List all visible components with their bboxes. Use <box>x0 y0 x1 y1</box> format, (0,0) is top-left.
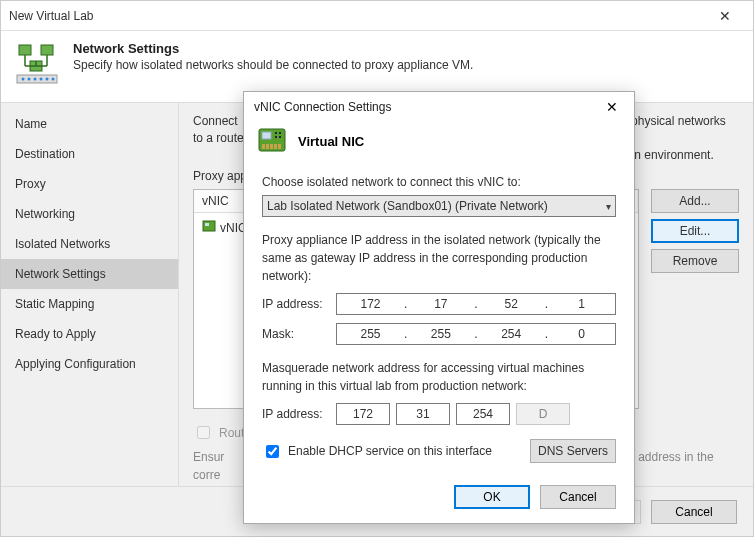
svg-rect-1 <box>41 45 53 55</box>
enable-dhcp-label: Enable DHCP service on this interface <box>288 442 492 460</box>
dialog-heading: Virtual NIC <box>298 134 364 149</box>
ip-octet-2[interactable]: 17 <box>407 295 474 313</box>
dialog-body: Choose isolated network to connect this … <box>244 167 634 475</box>
svg-point-9 <box>28 78 31 81</box>
isolated-network-select[interactable]: Lab Isolated Network (Sandbox01) (Privat… <box>262 195 616 217</box>
svg-point-10 <box>34 78 37 81</box>
svg-rect-24 <box>270 144 273 149</box>
main-window: New Virtual Lab ✕ Network Settings Speci… <box>0 0 754 537</box>
route-checkbox <box>197 426 210 439</box>
sidebar-item-networking[interactable]: Networking <box>1 199 178 229</box>
sidebar-item-isolated-networks[interactable]: Isolated Networks <box>1 229 178 259</box>
dialog-cancel-button[interactable]: Cancel <box>540 485 616 509</box>
add-button[interactable]: Add... <box>651 189 739 213</box>
dialog-titlebar: vNIC Connection Settings ✕ <box>244 92 634 122</box>
cancel-button[interactable]: Cancel <box>651 500 737 524</box>
mask-octet-4[interactable]: 0 <box>548 325 615 343</box>
window-close-button[interactable]: ✕ <box>705 8 745 24</box>
hint-left: Ensur <box>193 450 224 464</box>
sidebar-item-proxy[interactable]: Proxy <box>1 169 178 199</box>
mask-octet-2[interactable]: 255 <box>407 325 474 343</box>
chevron-down-icon: ▾ <box>606 199 611 214</box>
sidebar-item-name[interactable]: Name <box>1 109 178 139</box>
intro-left: Connect <box>193 114 238 128</box>
mask-row: Mask: 255. 255. 254. 0 <box>262 323 616 345</box>
isolated-network-value: Lab Isolated Network (Sandbox01) (Privat… <box>267 197 548 215</box>
svg-rect-25 <box>274 144 277 149</box>
dialog-title: vNIC Connection Settings <box>254 100 600 114</box>
masquerade-ip-input: 172 31 254 D <box>336 403 616 425</box>
mask-input[interactable]: 255. 255. 254. 0 <box>336 323 616 345</box>
page-title: Network Settings <box>73 41 473 56</box>
sidebar-item-static-mapping[interactable]: Static Mapping <box>1 289 178 319</box>
ip-address-input[interactable]: 172. 17. 52. 1 <box>336 293 616 315</box>
svg-point-8 <box>22 78 25 81</box>
svg-rect-20 <box>275 136 277 138</box>
edit-button[interactable]: Edit... <box>651 219 739 243</box>
titlebar: New Virtual Lab ✕ <box>1 1 753 31</box>
window-title: New Virtual Lab <box>9 9 705 23</box>
dialog-close-button[interactable]: ✕ <box>600 99 624 115</box>
vnic-connection-settings-dialog: vNIC Connection Settings ✕ Virtual NIC C… <box>243 91 635 524</box>
svg-rect-21 <box>279 136 281 138</box>
remove-button[interactable]: Remove <box>651 249 739 273</box>
svg-rect-23 <box>266 144 269 149</box>
dialog-buttons: OK Cancel <box>244 475 634 523</box>
svg-rect-26 <box>278 144 281 149</box>
sidebar-item-ready-to-apply[interactable]: Ready to Apply <box>1 319 178 349</box>
masquerade-ip-row: IP address: 172 31 254 D <box>262 403 616 425</box>
choose-network-label: Choose isolated network to connect this … <box>262 173 616 191</box>
proxy-ip-description: Proxy appliance IP address in the isolat… <box>262 231 616 285</box>
sidebar-item-destination[interactable]: Destination <box>1 139 178 169</box>
ok-button[interactable]: OK <box>454 485 530 509</box>
virtual-nic-icon <box>258 126 286 157</box>
svg-point-13 <box>52 78 55 81</box>
svg-rect-0 <box>19 45 31 55</box>
ip-octet-3[interactable]: 52 <box>478 295 545 313</box>
svg-rect-17 <box>262 132 271 139</box>
ip-address-label: IP address: <box>262 295 328 313</box>
svg-rect-19 <box>279 132 281 134</box>
svg-rect-15 <box>205 223 209 226</box>
ip-address-row: IP address: 172. 17. 52. 1 <box>262 293 616 315</box>
dns-servers-button[interactable]: DNS Servers <box>530 439 616 463</box>
page-subtitle: Specify how isolated networks should be … <box>73 58 473 72</box>
masq-octet-2[interactable]: 31 <box>396 403 450 425</box>
dhcp-row: Enable DHCP service on this interface DN… <box>262 439 616 463</box>
svg-point-11 <box>40 78 43 81</box>
wizard-steps-sidebar: Name Destination Proxy Networking Isolat… <box>1 103 179 486</box>
masquerade-description: Masquerade network address for accessing… <box>262 359 616 395</box>
mask-octet-1[interactable]: 255 <box>337 325 404 343</box>
network-settings-icon <box>15 41 59 88</box>
svg-point-12 <box>46 78 49 81</box>
mask-label: Mask: <box>262 325 328 343</box>
dialog-header: Virtual NIC <box>244 122 634 167</box>
ip-octet-1[interactable]: 172 <box>337 295 404 313</box>
masq-octet-1[interactable]: 172 <box>336 403 390 425</box>
svg-rect-22 <box>262 144 265 149</box>
header-text: Network Settings Specify how isolated ne… <box>73 41 473 88</box>
grid-side-buttons: Add... Edit... Remove <box>651 189 739 273</box>
masq-octet-4: D <box>516 403 570 425</box>
svg-rect-18 <box>275 132 277 134</box>
ip-octet-4[interactable]: 1 <box>548 295 615 313</box>
nic-row-icon <box>202 219 216 236</box>
sidebar-item-network-settings[interactable]: Network Settings <box>1 259 178 289</box>
enable-dhcp-checkbox[interactable] <box>266 445 279 458</box>
masquerade-ip-label: IP address: <box>262 405 328 423</box>
masq-octet-3[interactable]: 254 <box>456 403 510 425</box>
mask-octet-3[interactable]: 254 <box>478 325 545 343</box>
sidebar-item-applying-configuration[interactable]: Applying Configuration <box>1 349 178 379</box>
